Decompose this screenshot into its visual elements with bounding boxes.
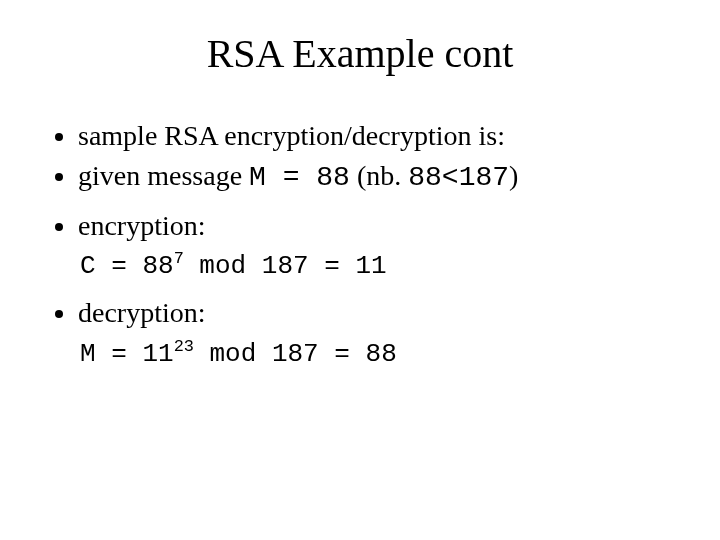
bullet-decryption: decryption: xyxy=(78,294,670,332)
bullet-encryption: encryption: xyxy=(78,207,670,245)
bullet-given-post: ) xyxy=(509,160,518,191)
spacer xyxy=(78,199,670,207)
bullet-given-mid: (nb. xyxy=(350,160,408,191)
bullet-decryption-text: decryption: xyxy=(78,297,206,328)
enc-pre: C = 88 xyxy=(80,251,174,281)
slide: RSA Example cont sample RSA encryption/d… xyxy=(0,0,720,540)
bullet-given-cond: 88<187 xyxy=(408,162,509,193)
dec-exp: 23 xyxy=(174,337,194,356)
bullet-given-pre: given message xyxy=(78,160,249,191)
decryption-formula: M = 1123 mod 187 = 88 xyxy=(80,338,670,372)
bullet-given: given message M = 88 (nb. 88<187) xyxy=(78,157,670,197)
bullet-given-code: M = 88 xyxy=(249,162,350,193)
enc-exp: 7 xyxy=(174,250,184,269)
encryption-formula: C = 887 mod 187 = 11 xyxy=(80,250,670,284)
bullet-encryption-text: encryption: xyxy=(78,210,206,241)
bullet-list-2: decryption: xyxy=(50,294,670,332)
slide-title: RSA Example cont xyxy=(50,30,670,77)
bullet-sample: sample RSA encryption/decryption is: xyxy=(78,117,670,155)
bullet-list: sample RSA encryption/decryption is: giv… xyxy=(50,117,670,244)
dec-pre: M = 11 xyxy=(80,339,174,369)
enc-post: mod 187 = 11 xyxy=(184,251,387,281)
bullet-sample-text: sample RSA encryption/decryption is: xyxy=(78,120,505,151)
dec-post: mod 187 = 88 xyxy=(194,339,397,369)
